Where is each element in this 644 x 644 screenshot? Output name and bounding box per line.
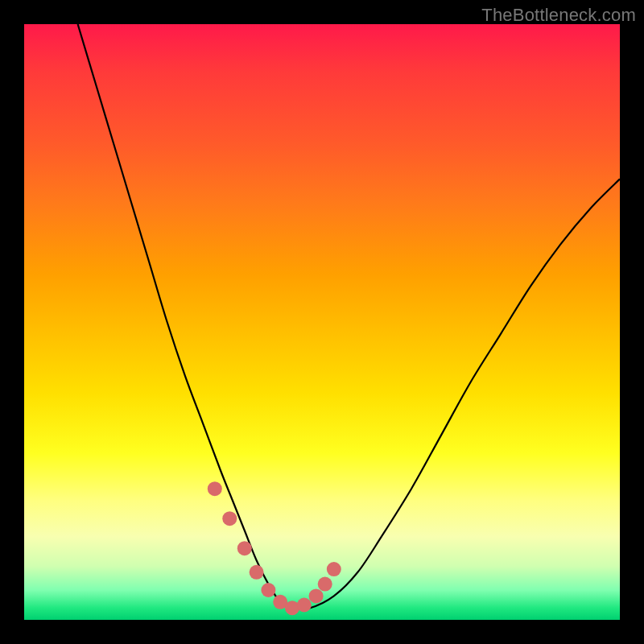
optimal-marker — [318, 577, 332, 592]
optimal-marker — [208, 481, 222, 496]
optimal-marker — [327, 562, 341, 576]
chart-plot-area — [24, 24, 620, 620]
watermark-text: TheBottleneck.com — [481, 5, 636, 26]
optimal-marker — [250, 565, 264, 580]
optimal-marker — [237, 541, 252, 555]
bottleneck-curve — [78, 24, 620, 609]
optimal-marker — [297, 598, 312, 613]
optimal-marker — [222, 511, 237, 526]
optimal-marker — [309, 588, 324, 603]
chart-svg — [24, 24, 620, 620]
optimal-marker — [261, 583, 275, 597]
